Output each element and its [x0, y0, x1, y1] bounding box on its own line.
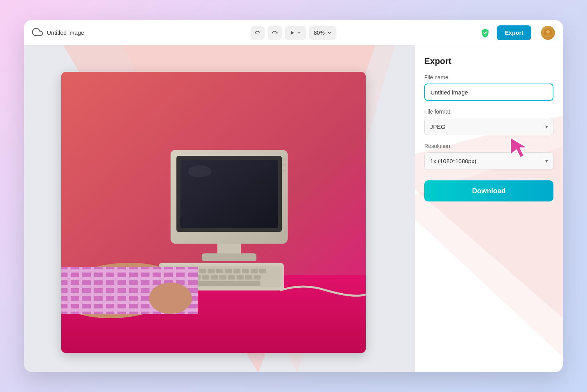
- header: Untitled image: [24, 20, 563, 45]
- panel-content: Export File name File format JPEG PNG We…: [424, 56, 553, 201]
- svg-rect-38: [228, 275, 235, 280]
- file-format-select[interactable]: JPEG PNG WebP SVG: [424, 118, 553, 135]
- canvas-area[interactable]: [24, 45, 414, 372]
- toolbar-center: 80%: [251, 26, 336, 40]
- svg-rect-36: [211, 275, 218, 280]
- main-area: Export File name File format JPEG PNG We…: [24, 45, 563, 372]
- canvas-image-container: [61, 72, 366, 353]
- svg-rect-13: [202, 253, 256, 261]
- svg-rect-37: [219, 275, 226, 280]
- svg-rect-40: [245, 275, 252, 280]
- resolution-select[interactable]: 1x (1080*1080px) 2x (2160*2160px) 0.5x (…: [424, 152, 553, 169]
- svg-rect-25: [216, 269, 223, 273]
- svg-rect-28: [242, 269, 249, 273]
- export-button[interactable]: Export: [497, 25, 531, 40]
- header-divider: [536, 27, 536, 38]
- svg-rect-26: [225, 269, 232, 273]
- app-window: Untitled image: [24, 20, 563, 372]
- canvas-image: [61, 72, 366, 353]
- file-format-select-wrapper: JPEG PNG WebP SVG ▾: [424, 118, 553, 135]
- cloud-icon: [32, 27, 43, 39]
- resolution-label: Resolution: [424, 143, 553, 149]
- resolution-select-wrapper: 1x (1080*1080px) 2x (2160*2160px) 0.5x (…: [424, 152, 553, 169]
- svg-rect-23: [199, 269, 206, 273]
- svg-point-2: [546, 30, 550, 34]
- undo-button[interactable]: [251, 26, 265, 40]
- play-button[interactable]: [285, 26, 306, 40]
- resolution-group: Resolution 1x (1080*1080px) 2x (2160*216…: [424, 143, 553, 169]
- file-name-label: File name: [424, 74, 553, 80]
- svg-rect-15: [282, 163, 286, 166]
- svg-point-11: [188, 166, 212, 177]
- svg-rect-35: [202, 275, 209, 280]
- download-button[interactable]: Download: [424, 180, 553, 201]
- redo-button[interactable]: [268, 26, 282, 40]
- document-title: Untitled image: [47, 29, 84, 36]
- user-avatar[interactable]: [541, 26, 555, 40]
- export-panel: Export File name File format JPEG PNG We…: [414, 45, 563, 372]
- svg-rect-41: [254, 275, 261, 280]
- panel-title: Export: [424, 56, 553, 66]
- file-name-input[interactable]: [424, 84, 553, 101]
- file-format-group: File format JPEG PNG WebP SVG ▾: [424, 109, 553, 135]
- svg-rect-24: [208, 269, 215, 273]
- shield-button[interactable]: [478, 26, 492, 40]
- svg-rect-30: [259, 269, 266, 273]
- header-right: Export: [478, 25, 555, 40]
- svg-marker-0: [291, 30, 294, 35]
- svg-point-62: [149, 283, 192, 314]
- svg-rect-16: [282, 169, 286, 172]
- svg-rect-27: [233, 269, 240, 273]
- svg-rect-29: [251, 269, 258, 273]
- zoom-button[interactable]: 80%: [309, 26, 336, 40]
- file-format-label: File format: [424, 109, 553, 115]
- svg-rect-39: [237, 275, 244, 280]
- file-name-group: File name: [424, 74, 553, 101]
- zoom-value: 80%: [314, 30, 325, 36]
- svg-rect-14: [282, 158, 286, 161]
